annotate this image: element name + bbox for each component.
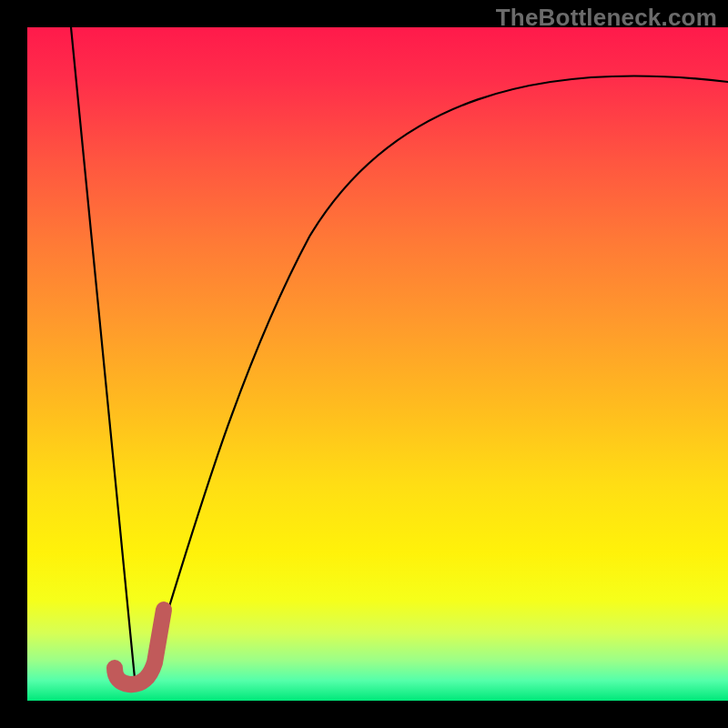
bottleneck-curve	[71, 27, 728, 681]
plot-area	[27, 27, 728, 701]
chart-frame: TheBottleneck.com	[0, 0, 728, 728]
j-marker	[115, 610, 164, 684]
watermark-text: TheBottleneck.com	[496, 4, 717, 32]
curve-layer	[27, 27, 728, 701]
